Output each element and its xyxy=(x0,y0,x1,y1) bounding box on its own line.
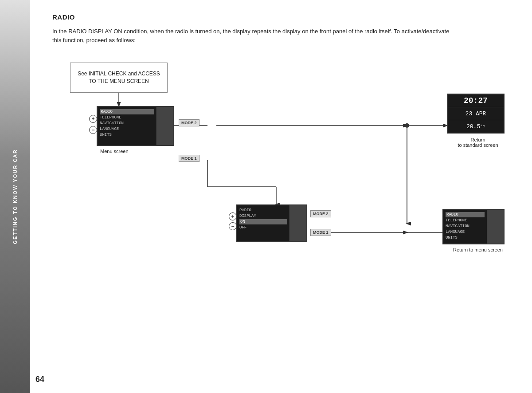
return-menu-label: Return to menu screen xyxy=(442,247,513,252)
menu-screen-3: RADIO TELEPHONE NAVIGATION LANGUAGE UNIT… xyxy=(442,209,505,244)
return-standard-label: Returnto standard screen xyxy=(447,137,509,148)
menu-item-radio-2: RADIO xyxy=(239,208,287,213)
page-title: RADIO xyxy=(52,13,514,21)
std-display-date: 23 APR xyxy=(448,107,504,120)
svg-point-4 xyxy=(405,123,409,128)
menu-screen-1: RADIO TELEPHONE NAVIGATION LANGUAGE UNIT… xyxy=(97,106,174,146)
menu-screen-1-label: Menu screen xyxy=(100,149,129,154)
screen-right-1 xyxy=(156,107,173,145)
mode2-button-2[interactable]: MODE 2 xyxy=(310,210,331,217)
menu-item-radio-3: RADIO xyxy=(446,212,485,217)
main-content: RADIO In the RADIO DISPLAY ON condition,… xyxy=(30,0,532,393)
screen-right-3 xyxy=(487,210,504,244)
menu-item-off-2: OFF xyxy=(239,225,287,230)
mode1-button-1[interactable]: MODE 1 xyxy=(179,155,200,162)
menu-item-radio-1: RADIO xyxy=(100,109,154,114)
sidebar: GETTING TO KNOW YOUR CAR xyxy=(0,0,30,393)
minus-button-1[interactable]: − xyxy=(89,126,97,134)
menu-item-units-3: UNITS xyxy=(446,235,485,240)
std-display: 20:27 23 APR 20.5°c xyxy=(447,94,505,134)
ref-box-text: See INITIAL CHECK and ACCESS TO THE MENU… xyxy=(78,70,160,85)
sidebar-text: GETTING TO KNOW YOUR CAR xyxy=(12,149,18,244)
ref-box: See INITIAL CHECK and ACCESS TO THE MENU… xyxy=(70,63,168,93)
mode2-button-1[interactable]: MODE 2 xyxy=(179,119,200,126)
page-number: 64 xyxy=(35,375,44,384)
menu-item-navigation-1: NAVIGATION xyxy=(100,121,154,126)
menu-screen-2: RADIO DISPLAY ON OFF xyxy=(236,204,307,242)
menu-item-units-1: UNITS xyxy=(100,132,154,138)
std-display-temp: 20.5°c xyxy=(448,120,504,133)
plus-button-2[interactable]: + xyxy=(229,212,237,220)
diagram: See INITIAL CHECK and ACCESS TO THE MENU… xyxy=(52,58,518,244)
intro-text: In the RADIO DISPLAY ON condition, when … xyxy=(52,27,451,45)
std-display-time: 20:27 xyxy=(448,94,504,107)
minus-button-2[interactable]: − xyxy=(229,222,237,230)
menu-item-telephone-1: TELEPHONE xyxy=(100,115,154,120)
screen-right-2 xyxy=(289,205,306,241)
menu-item-on-2: ON xyxy=(239,219,287,224)
menu-item-navigation-3: NAVIGATION xyxy=(446,224,485,229)
menu-item-language-3: LANGUAGE xyxy=(446,229,485,235)
mode1-button-2[interactable]: MODE 1 xyxy=(310,229,331,236)
menu-item-telephone-3: TELEPHONE xyxy=(446,218,485,223)
plus-button-1[interactable]: + xyxy=(89,115,97,123)
menu-item-language-1: LANGUAGE xyxy=(100,126,154,132)
menu-item-display-2: DISPLAY xyxy=(239,213,287,219)
